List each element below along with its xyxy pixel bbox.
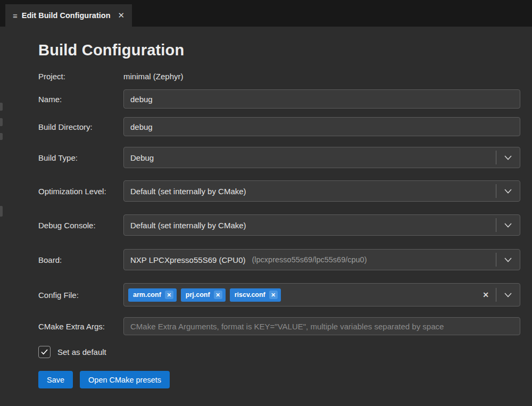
build-directory-label: Build Directory: (38, 122, 123, 131)
build-type-label: Build Type: (38, 153, 123, 162)
checkmark-icon (41, 349, 48, 355)
open-cmake-presets-button[interactable]: Open CMake presets (80, 371, 170, 388)
chevron-down-icon (496, 293, 520, 297)
project-label: Project: (38, 72, 123, 81)
config-chip: prj.conf ✕ (181, 288, 226, 302)
set-as-default-label: Set as default (57, 347, 106, 357)
optimization-level-label: Optimization Level: (38, 187, 123, 196)
config-chip: arm.conf ✕ (128, 288, 177, 302)
build-type-select[interactable]: Debug (123, 147, 520, 168)
chevron-down-icon (496, 189, 520, 194)
debug-console-select[interactable]: Default (set internally by CMake) (123, 214, 520, 236)
board-value: NXP LPCXpresso55S69 (CPU0) (130, 255, 246, 264)
board-label: Board: (38, 255, 123, 264)
chip-label: arm.conf (133, 291, 161, 299)
close-icon[interactable]: ✕ (118, 11, 125, 20)
clear-all-icon[interactable]: ✕ (476, 291, 496, 299)
config-file-label: Config File: (38, 291, 123, 300)
cmake-extra-args-label: CMake Extra Args: (38, 322, 123, 331)
build-configuration-form: Build Configuration Project: minimal (Ze… (0, 42, 532, 388)
list-icon: ≡ (13, 11, 18, 20)
name-label: Name: (38, 95, 123, 104)
chevron-down-icon (496, 258, 520, 262)
chip-remove-icon[interactable]: ✕ (214, 291, 222, 299)
tab-bar: ≡ Edit Build Configuration ✕ (0, 0, 532, 27)
cmake-extra-args-input[interactable] (123, 317, 520, 335)
name-input[interactable] (123, 89, 520, 109)
chevron-down-icon (496, 223, 520, 228)
left-edge-notch (0, 103, 3, 111)
config-chip: riscv.conf ✕ (230, 288, 281, 302)
optimization-level-value: Default (set internally by CMake) (130, 187, 246, 196)
chip-remove-icon[interactable]: ✕ (165, 291, 173, 299)
project-value: minimal (Zephyr) (123, 72, 520, 81)
set-as-default-checkbox[interactable] (38, 346, 51, 358)
debug-console-label: Debug Console: (38, 221, 123, 230)
left-edge-notch (0, 133, 3, 140)
chip-label: riscv.conf (235, 291, 265, 299)
debug-console-value: Default (set internally by CMake) (130, 221, 246, 230)
left-edge-notch (0, 206, 3, 217)
left-edge-notch (0, 118, 3, 126)
tab-edit-build-configuration[interactable]: ≡ Edit Build Configuration ✕ (5, 4, 132, 27)
build-directory-input[interactable] (123, 117, 520, 136)
page-title: Build Configuration (38, 42, 520, 59)
save-button[interactable]: Save (38, 371, 73, 388)
config-file-multiselect[interactable]: arm.conf ✕ prj.conf ✕ riscv.conf ✕ ✕ (123, 283, 520, 306)
build-type-value: Debug (130, 153, 154, 162)
chevron-down-icon (496, 155, 520, 160)
chip-remove-icon[interactable]: ✕ (269, 291, 278, 299)
config-file-chips: arm.conf ✕ prj.conf ✕ riscv.conf ✕ (128, 288, 476, 302)
optimization-level-select[interactable]: Default (set internally by CMake) (123, 180, 520, 202)
chip-label: prj.conf (186, 291, 210, 299)
board-select[interactable]: NXP LPCXpresso55S69 (CPU0) (lpcxpresso55… (123, 249, 520, 270)
tab-title: Edit Build Configuration (22, 11, 111, 20)
board-detail: (lpcxpresso55s69/lpc55s69/cpu0) (252, 255, 367, 264)
